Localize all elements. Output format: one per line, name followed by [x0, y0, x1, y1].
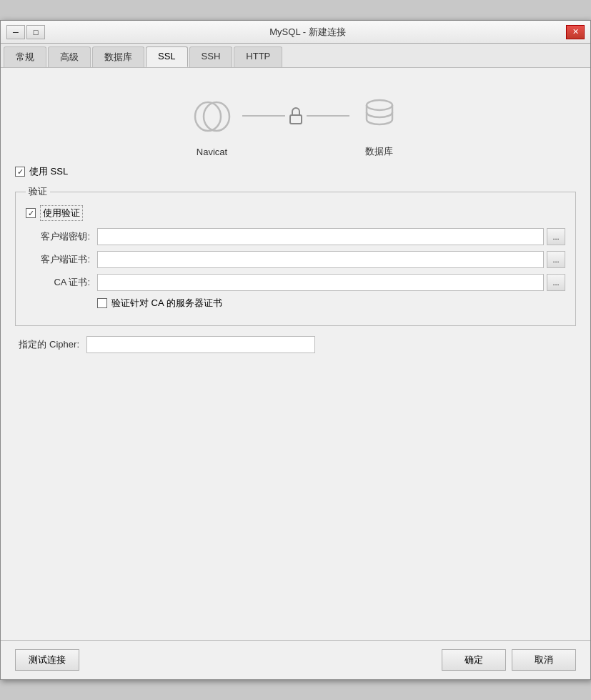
use-ssl-checkbox[interactable] [15, 167, 25, 177]
use-ssl-label: 使用 SSL [29, 165, 68, 178]
cancel-button[interactable]: 取消 [512, 649, 576, 671]
tab-advanced[interactable]: 高级 [48, 46, 91, 67]
tab-general[interactable]: 常规 [4, 46, 46, 67]
auth-fieldset: 验证 使用验证 客户端密钥: ... 客户端证书: ... [15, 185, 576, 326]
client-key-row: 客户端密钥: ... [26, 228, 565, 245]
window-title: MySQL - 新建连接 [49, 26, 566, 39]
navicat-icon [189, 95, 235, 141]
navicat-diagram-item: Navicat [189, 95, 235, 157]
client-key-input[interactable] [97, 228, 544, 245]
db-diagram-item: 数据库 [357, 94, 402, 158]
ok-button[interactable]: 确定 [442, 649, 506, 671]
use-auth-label: 使用验证 [40, 205, 83, 221]
tab-bar: 常规 高级 数据库 SSL SSH HTTP [1, 44, 590, 68]
ca-cert-input[interactable] [97, 274, 544, 291]
content-area: Navicat 数据库 [1, 68, 590, 640]
use-auth-row: 使用验证 [26, 205, 565, 221]
client-key-input-wrap: ... [97, 228, 565, 245]
cipher-input[interactable] [86, 336, 315, 353]
client-cert-label: 客户端证书: [26, 253, 90, 266]
lock-icon [285, 105, 307, 127]
ca-cert-input-wrap: ... [97, 274, 565, 291]
svg-point-3 [367, 100, 392, 110]
footer: 测试连接 确定 取消 [1, 640, 590, 679]
verify-ca-row: 验证针对 CA 的服务器证书 [97, 297, 565, 310]
title-bar: ─ □ MySQL - 新建连接 ✕ [1, 21, 590, 44]
maximize-button[interactable]: □ [26, 25, 45, 39]
ca-cert-row: CA 证书: ... [26, 274, 565, 291]
diagram-connector [242, 105, 349, 127]
test-connection-button[interactable]: 测试连接 [15, 649, 79, 671]
svg-rect-2 [290, 115, 302, 124]
tab-database[interactable]: 数据库 [92, 46, 144, 67]
footer-right-buttons: 确定 取消 [442, 649, 576, 671]
ssl-diagram: Navicat 数据库 [15, 79, 576, 165]
cipher-row: 指定的 Cipher: [15, 336, 576, 353]
client-cert-browse-button[interactable]: ... [547, 251, 565, 268]
ca-cert-browse-button[interactable]: ... [547, 274, 565, 291]
db-label: 数据库 [365, 145, 393, 158]
use-ssl-row: 使用 SSL [15, 165, 576, 178]
tab-http[interactable]: HTTP [234, 46, 282, 67]
client-cert-row: 客户端证书: ... [26, 251, 565, 268]
client-key-browse-button[interactable]: ... [547, 228, 565, 245]
verify-ca-checkbox[interactable] [97, 298, 107, 308]
client-key-label: 客户端密钥: [26, 230, 90, 243]
tab-ssl[interactable]: SSL [146, 46, 188, 67]
minimize-button[interactable]: ─ [6, 25, 25, 39]
line-left [242, 115, 285, 117]
verify-ca-label: 验证针对 CA 的服务器证书 [111, 297, 222, 310]
close-button[interactable]: ✕ [566, 25, 585, 39]
client-cert-input-wrap: ... [97, 251, 565, 268]
cipher-label: 指定的 Cipher: [15, 338, 79, 351]
ca-cert-label: CA 证书: [26, 276, 90, 289]
client-cert-input[interactable] [97, 251, 544, 268]
tab-ssh[interactable]: SSH [189, 46, 233, 67]
navicat-label: Navicat [197, 147, 227, 157]
main-window: ─ □ MySQL - 新建连接 ✕ 常规 高级 数据库 SSL SSH HTT… [0, 20, 591, 680]
auth-legend: 验证 [26, 185, 50, 198]
line-right [307, 115, 349, 117]
use-auth-checkbox[interactable] [26, 208, 36, 218]
database-icon [357, 94, 402, 139]
